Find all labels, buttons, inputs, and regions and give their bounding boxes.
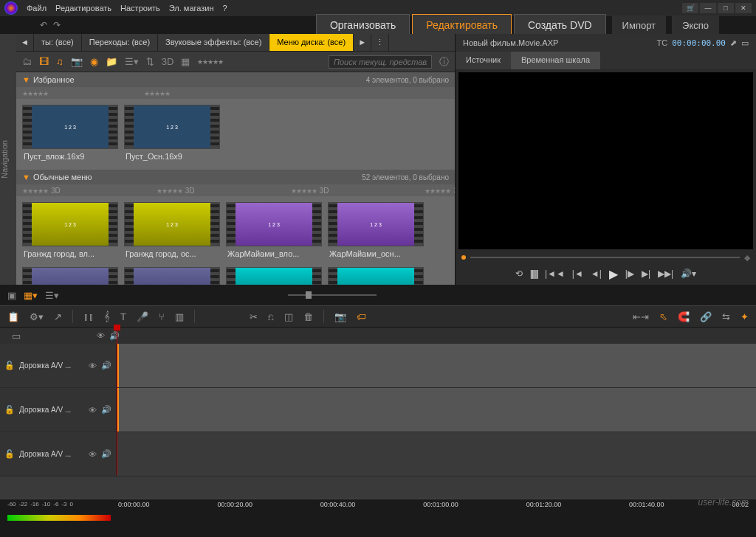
speaker-icon[interactable]: 🔊 [101,449,111,459]
lib-tab-next[interactable]: ► [354,34,371,51]
tab-organize[interactable]: Организовать [316,14,410,36]
step-back-icon[interactable]: ◄| [591,268,602,279]
track-lane[interactable] [117,432,756,476]
fx-icon[interactable]: ✦ [740,311,749,322]
fit-icon[interactable]: ⇤⇥ [633,311,649,322]
thumb-view-icon[interactable]: ▦▾ [24,290,38,301]
lib-tab-transitions[interactable]: Переходы: (все) [82,34,158,51]
eye-icon[interactable]: 👁 [97,331,105,340]
photo-icon[interactable]: 📷 [71,56,83,67]
track-lane[interactable] [117,344,756,387]
playhead[interactable] [117,328,117,475]
mixer-icon[interactable]: ⫿⫿ [83,311,94,322]
info-icon[interactable]: ⓘ [439,55,449,69]
track-header-icon[interactable]: ▭ [12,330,21,342]
menu-setup[interactable]: Настроить [120,4,160,13]
track-lane[interactable] [117,388,756,432]
help-icon[interactable]: ? [223,4,227,13]
step-fwd-icon[interactable]: |▶ [625,268,634,279]
lib-tab-more[interactable]: ⋮ [371,34,389,51]
list-icon[interactable]: ☰▾ [125,56,139,67]
tab-edit[interactable]: Редактировать [412,14,512,36]
minimize-button[interactable]: — [700,3,716,13]
grid-icon[interactable]: ▦ [181,56,190,67]
music-icon[interactable]: ♫ [56,56,63,67]
trim-icon[interactable]: ◫ [284,311,293,322]
prev-icon[interactable]: |◄ [572,268,583,279]
jog-icon[interactable]: ||||||||| [530,268,537,279]
library-item[interactable]: 1 2 3 [226,267,322,285]
library-item[interactable]: 1 2 3 ЖарМайами_осн... [328,202,424,261]
section-favorites[interactable]: ▼ Избранное 4 элементов, 0 выбрано [16,72,455,87]
delete-icon[interactable]: 🗑 [303,311,313,322]
export-button[interactable]: Экспо [672,15,719,35]
menu-estore[interactable]: Эл. магазин [169,4,214,13]
lib-tab-sfx[interactable]: Звуковые эффекты: (все) [158,34,269,51]
scrub-track[interactable] [470,257,740,258]
speaker-icon[interactable]: 🔊 [109,331,120,341]
storyboard-icon[interactable]: ▣ [7,290,16,301]
disc-icon[interactable]: ◉ [90,56,98,67]
scrub-start[interactable] [461,255,466,260]
eye-icon[interactable]: 👁 [89,450,97,459]
fullscreen-icon[interactable]: ▭ [741,38,749,48]
library-item[interactable]: 1 2 3 Пуст_влож.16x9 [22,105,118,164]
library-item[interactable]: 1 2 3 Гранжд город, вл... [22,202,118,261]
section-normal[interactable]: ▼ Обычные меню 52 элементов, 0 выбрано [16,170,455,184]
nav-strip[interactable]: Navigation [0,34,16,285]
magnet-icon[interactable]: 🧲 [678,311,690,322]
title-icon[interactable]: T [120,311,126,322]
goto-start-icon[interactable]: |◄◄ [545,268,565,279]
eye-icon[interactable]: 👁 [89,361,97,370]
library-item[interactable]: 1 2 3 [22,267,118,285]
undo-icon[interactable]: ↶ [40,20,47,30]
library-item[interactable]: 1 2 3 Гранжд город, ос... [124,202,220,261]
ripple-icon[interactable]: ⇆ [722,311,730,322]
maximize-button[interactable]: □ [718,3,734,13]
library-item[interactable]: 1 2 3 [328,267,424,285]
lib-tab-prev[interactable]: ◄ [16,34,34,51]
lock-icon[interactable]: 🔓 [4,449,15,459]
film-icon[interactable]: 🎞 [39,56,49,67]
lib-tab-types[interactable]: ты: (все) [34,34,82,51]
gear-icon[interactable]: ⚙▾ [30,311,44,322]
library-item[interactable]: 1 2 3 ЖарМайами_вло... [226,202,322,261]
arrow-icon[interactable]: ↗ [54,311,62,322]
mic-icon[interactable]: 🎤 [137,311,148,322]
3d-icon[interactable]: 3D [162,56,174,67]
cart-icon[interactable]: 🛒 [682,3,698,13]
tab-dvd[interactable]: Создать DVD [514,14,606,36]
nav-tree-icon[interactable]: 🗂 [22,56,32,67]
link-icon[interactable]: 🔗 [700,311,712,322]
lock-icon[interactable]: 🔓 [4,405,15,415]
snapshot-icon[interactable]: 📷 [334,311,346,322]
play-icon[interactable]: ▶ [609,267,618,281]
goto-end-icon[interactable]: ▶▶| [658,268,673,279]
rating-filter[interactable]: ★★★★★ [197,58,223,66]
snap-icon[interactable]: ⬁ [659,311,667,322]
volume-icon[interactable]: 🔊▾ [681,268,696,279]
fork-icon[interactable]: ⑂ [159,311,165,322]
split-icon[interactable]: ⎌ [268,311,274,322]
razor-icon[interactable]: ✂ [250,311,258,322]
time-ruler[interactable]: 0:00:00.0000:00:20.0000:00:40.0000:01:00… [118,501,749,508]
tab-source[interactable]: Источник [456,52,511,69]
loop-icon[interactable]: ⟲ [515,268,523,279]
menu-edit[interactable]: Редактировать [55,4,111,13]
clipboard-icon[interactable]: 📋 [7,311,19,322]
library-item[interactable]: 1 2 3 Пуст_Осн.16x9 [124,105,220,164]
library-item[interactable]: 1 2 3 [124,267,220,285]
timecode[interactable]: 00:00:00.00 [672,38,726,48]
list-view-icon[interactable]: ☰▾ [45,290,59,301]
eye-icon[interactable]: 👁 [89,406,97,415]
lock-icon[interactable]: 🔓 [4,361,15,370]
import-button[interactable]: Импорт [612,15,666,35]
folder-icon[interactable]: 📁 [106,56,117,67]
tab-timeline[interactable]: Временная шкала [511,52,600,69]
search-input[interactable] [329,55,432,69]
popout-icon[interactable]: ⬈ [730,38,737,48]
sort-icon[interactable]: ⇅ [146,56,154,67]
menu-file[interactable]: Файл [27,4,47,13]
treble-icon[interactable]: 𝄞 [104,311,110,322]
next-icon[interactable]: ▶| [642,268,650,279]
